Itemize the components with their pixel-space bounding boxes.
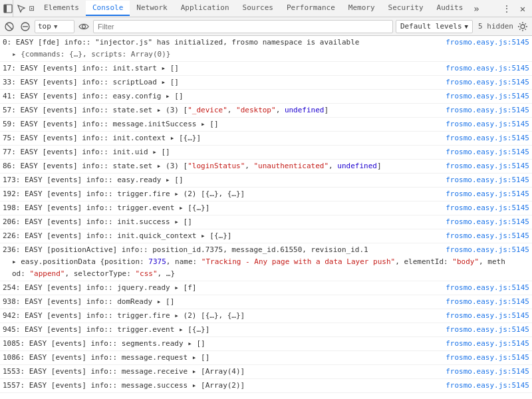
- context-value: top: [38, 22, 51, 31]
- log-continuation-2: od: "append", selectorType: "css", …}: [3, 268, 529, 280]
- log-entry: 77: EASY [events] info:: init.uid ▸ []fr…: [0, 146, 532, 160]
- log-text: 0: EASY [fde] info:: "injector.js" has i…: [3, 37, 440, 49]
- log-text: 192: EASY [events] info:: trigger.fire ▸…: [3, 188, 440, 200]
- log-source[interactable]: frosmo.easy.js:5145: [446, 118, 529, 130]
- log-entry: 17: EASY [events] info:: init.start ▸ []…: [0, 62, 532, 76]
- log-entry: 945: EASY [events] info:: trigger.event …: [0, 323, 532, 337]
- log-text: 57: EASY [events] info:: state.set ▸ (3)…: [3, 104, 440, 116]
- tab-application[interactable]: Application: [174, 1, 236, 16]
- log-text: 198: EASY [events] info:: trigger.event …: [3, 202, 440, 214]
- log-source[interactable]: frosmo.easy.js:5145: [446, 244, 529, 256]
- svg-line-3: [7, 24, 12, 29]
- tab-audits[interactable]: Audits: [430, 1, 470, 16]
- log-source[interactable]: frosmo.easy.js:5145: [446, 230, 529, 242]
- tab-sources[interactable]: Sources: [236, 1, 280, 16]
- log-source[interactable]: frosmo.easy.js:5145: [446, 338, 529, 350]
- tab-performance[interactable]: Performance: [280, 1, 342, 16]
- clear-console-button[interactable]: [3, 20, 16, 33]
- log-entry: 0: EASY [fde] info:: "injector.js" has i…: [0, 36, 532, 62]
- log-entry: 942: EASY [events] info:: trigger.fire ▸…: [0, 309, 532, 323]
- console-toolbar: top ▼ Default levels ▼ 5 hidden: [0, 17, 532, 36]
- log-text: 77: EASY [events] info:: init.uid ▸ []: [3, 146, 440, 158]
- log-source[interactable]: frosmo.easy.js:5145: [446, 282, 529, 294]
- more-tabs-button[interactable]: »: [469, 2, 483, 15]
- log-source[interactable]: frosmo.easy.js:5145: [446, 352, 529, 364]
- log-source[interactable]: frosmo.easy.js:5145: [446, 380, 529, 392]
- log-entry: 236: EASY [positionActive] info:: positi…: [0, 243, 532, 281]
- svg-rect-1: [4, 5, 7, 13]
- log-source[interactable]: frosmo.easy.js:5145: [446, 310, 529, 322]
- tab-network[interactable]: Network: [130, 1, 174, 16]
- log-source[interactable]: frosmo.easy.js:5145: [446, 202, 529, 214]
- log-text: 173: EASY [events] info:: easy.ready ▸ […: [3, 174, 440, 186]
- stop-recording-button[interactable]: [19, 20, 32, 33]
- log-source[interactable]: frosmo.easy.js:5145: [446, 324, 529, 336]
- log-continuation: ▸ easy.positionData {position: 7375, nam…: [3, 256, 529, 268]
- tab-elements[interactable]: Elements: [37, 1, 86, 16]
- log-entry: 254: EASY [events] info:: jquery.ready ▸…: [0, 281, 532, 295]
- context-selector[interactable]: top ▼: [35, 20, 74, 33]
- log-text: 942: EASY [events] info:: trigger.fire ▸…: [3, 310, 440, 322]
- log-entry: 1553: EASY [events] info:: message.recei…: [0, 365, 532, 379]
- tab-console[interactable]: Console: [86, 1, 130, 16]
- log-entry: 59: EASY [events] info:: message.initSuc…: [0, 118, 532, 132]
- log-entry: 86: EASY [events] info:: state.set ▸ (3)…: [0, 160, 532, 174]
- eye-button[interactable]: [77, 20, 90, 33]
- log-text: 59: EASY [events] info:: message.initSuc…: [3, 118, 440, 130]
- log-source[interactable]: frosmo.easy.js:5145: [446, 37, 529, 49]
- log-source[interactable]: frosmo.easy.js:5145: [446, 90, 529, 102]
- log-entry: 173: EASY [events] info:: easy.ready ▸ […: [0, 174, 532, 188]
- tab-memory[interactable]: Memory: [342, 1, 382, 16]
- log-entry: 75: EASY [events] info:: init.context ▸ …: [0, 132, 532, 146]
- log-entry: 33: EASY [events] info:: scriptLoad ▸ []…: [0, 76, 532, 90]
- log-entry: 57: EASY [events] info:: state.set ▸ (3)…: [0, 104, 532, 118]
- log-entry: 206: EASY [events] info:: init.success ▸…: [0, 215, 532, 229]
- log-source[interactable]: frosmo.easy.js:5145: [446, 63, 529, 74]
- log-text: 75: EASY [events] info:: init.context ▸ …: [3, 132, 440, 144]
- settings-button[interactable]: [516, 20, 529, 33]
- log-text: 945: EASY [events] info:: trigger.event …: [3, 324, 440, 336]
- log-entry: 938: EASY [events] info:: domReady ▸ []f…: [0, 295, 532, 309]
- log-text: 33: EASY [events] info:: scriptLoad ▸ []: [3, 76, 440, 88]
- sidebar-toggle[interactable]: [3, 0, 13, 17]
- tab-security[interactable]: Security: [382, 1, 430, 16]
- log-entry: 1557: EASY [events] info:: message.succe…: [0, 379, 532, 393]
- log-source[interactable]: frosmo.easy.js:5145: [446, 216, 529, 228]
- levels-value: Default levels: [400, 22, 462, 31]
- hidden-count: 5 hidden: [478, 22, 513, 31]
- svg-point-7: [521, 25, 525, 29]
- log-text: 1557: EASY [events] info:: message.succe…: [3, 380, 440, 392]
- inspect-icon[interactable]: [16, 3, 27, 14]
- log-source[interactable]: frosmo.easy.js:5145: [446, 132, 529, 144]
- tab-bar: ⊡ Elements Console Network Application S…: [0, 0, 532, 17]
- log-source[interactable]: frosmo.easy.js:5145: [446, 104, 529, 116]
- log-text: 41: EASY [events] info:: easy.config ▸ […: [3, 90, 440, 102]
- levels-selector[interactable]: Default levels ▼: [396, 20, 473, 33]
- log-text: 206: EASY [events] info:: init.success ▸…: [3, 216, 440, 228]
- log-source[interactable]: frosmo.easy.js:5145: [446, 160, 529, 172]
- filter-input[interactable]: [93, 20, 393, 33]
- device-icon[interactable]: ⊡: [27, 3, 37, 14]
- log-text: 938: EASY [events] info:: domReady ▸ []: [3, 296, 440, 308]
- log-source[interactable]: frosmo.easy.js:5145: [446, 296, 529, 308]
- log-text: 236: EASY [positionActive] info:: positi…: [3, 244, 440, 256]
- log-text: 17: EASY [events] info:: init.start ▸ []: [3, 63, 440, 74]
- log-source[interactable]: frosmo.easy.js:5145: [446, 188, 529, 200]
- log-source[interactable]: frosmo.easy.js:5145: [446, 76, 529, 88]
- customize-icon[interactable]: ⋮: [500, 2, 513, 15]
- tab-bar-end: ⋮ ✕: [500, 2, 529, 15]
- context-arrow: ▼: [54, 23, 57, 30]
- log-source[interactable]: frosmo.easy.js:5145: [446, 146, 529, 158]
- log-source[interactable]: frosmo.easy.js:5145: [446, 366, 529, 378]
- log-entry: 198: EASY [events] info:: trigger.event …: [0, 201, 532, 215]
- log-text: 1553: EASY [events] info:: message.recei…: [3, 366, 440, 378]
- log-text: 1085: EASY [events] info:: segments.read…: [3, 338, 440, 350]
- log-entry: 226: EASY [events] info:: init.quick_con…: [0, 229, 532, 243]
- log-entry: 1085: EASY [events] info:: segments.read…: [0, 337, 532, 351]
- log-text: 1086: EASY [events] info:: message.reque…: [3, 352, 440, 364]
- log-entry: 41: EASY [events] info:: easy.config ▸ […: [0, 90, 532, 104]
- close-icon[interactable]: ✕: [516, 2, 529, 15]
- log-source[interactable]: frosmo.easy.js:5145: [446, 174, 529, 186]
- log-text: 86: EASY [events] info:: state.set ▸ (3)…: [3, 160, 440, 172]
- console-log: 0: EASY [fde] info:: "injector.js" has i…: [0, 36, 532, 399]
